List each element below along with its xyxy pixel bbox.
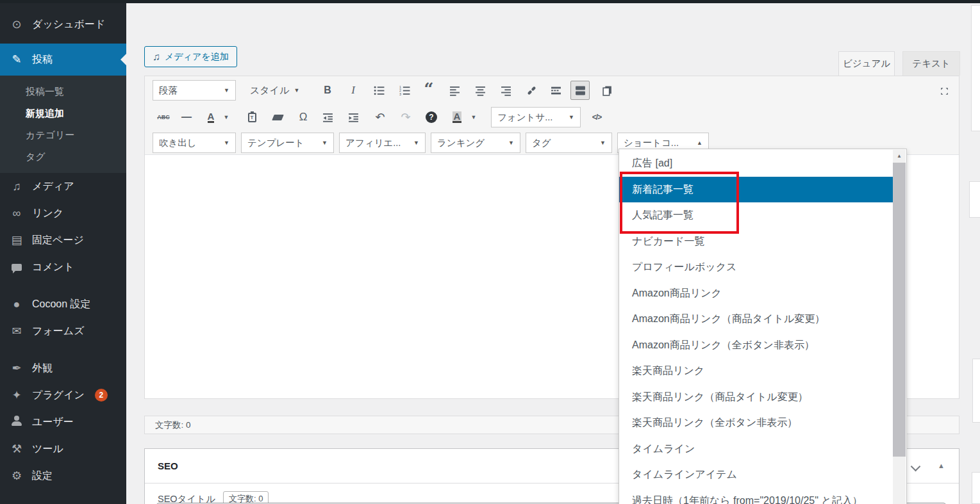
wrench-icon: ⚒ (9, 442, 24, 456)
envelope-icon: ✉ (9, 324, 24, 338)
sidebar-item-label: ツール (32, 443, 63, 456)
dropdown-item-timeline[interactable]: タイムライン (619, 436, 893, 462)
font-size-select[interactable]: フォントサ... ▼ (491, 107, 581, 127)
char-count: 文字数: 0 (155, 419, 191, 431)
sidebar-item-settings[interactable]: ⚙ 設定 (0, 462, 126, 489)
paragraph-format-select[interactable]: 段落 ▼ (153, 80, 236, 101)
dropdown-item-popular-posts-list[interactable]: 人気記事一覧 (619, 202, 893, 229)
tab-text[interactable]: テキスト (902, 51, 960, 76)
chevron-down-icon: ▼ (322, 140, 328, 146)
sidebar-item-comments[interactable]: コメント (0, 254, 126, 280)
dropdown-item-rakuten-link-title[interactable]: 楽天商品リンク（商品タイトル変更） (619, 384, 893, 411)
dropdown-item-rakuten-link-nobutton[interactable]: 楽天商品リンク（全ボタン非表示） (619, 410, 893, 436)
dropdown-item-new-posts-list[interactable]: 新着記事一覧 (619, 177, 893, 203)
code-button[interactable]: </> (587, 108, 606, 127)
posts-submenu: 投稿一覧 新規追加 カテゴリー タグ (0, 76, 126, 173)
eraser-icon (272, 115, 284, 120)
tag-menu[interactable]: タグ ▼ (526, 133, 612, 153)
help-button[interactable]: ? (422, 108, 441, 127)
pushpin-icon: ✎ (9, 53, 24, 67)
sidebar-item-appearance[interactable]: ✒ 外観 (0, 355, 126, 382)
sidebar-item-dashboard[interactable]: ⊙ ダッシュボード (0, 9, 126, 40)
pages-icon: ▤ (9, 233, 24, 247)
sidebar-item-tools[interactable]: ⚒ ツール (0, 435, 126, 462)
dropdown-scrollbar[interactable]: ▲ (893, 150, 906, 504)
submenu-item-post-list[interactable]: 投稿一覧 (0, 81, 126, 102)
chevron-down-icon: ▼ (224, 140, 229, 146)
move-up-icon[interactable]: ▲ (938, 462, 945, 469)
plug-icon: ✦ (9, 388, 24, 402)
align-center-button[interactable] (470, 81, 490, 100)
paste-page-button[interactable] (597, 81, 617, 100)
sidebar-item-forms[interactable]: ✉ フォームズ (0, 318, 126, 345)
text-color-button[interactable]: A (201, 108, 220, 127)
align-left-button[interactable] (445, 81, 464, 100)
dropdown-scrollbar-thumb[interactable] (893, 163, 906, 457)
template-menu[interactable]: テンプレート ▼ (241, 133, 334, 153)
dropdown-item-amazon-link[interactable]: Amazon商品リンク (619, 280, 893, 307)
toolbar-toggle-button[interactable] (570, 81, 590, 100)
speech-bubble-menu[interactable]: 吹き出し ▼ (153, 133, 236, 153)
styles-menu-button[interactable]: スタイル ▼ (246, 81, 303, 100)
background-color-button[interactable]: A (447, 108, 467, 127)
submenu-item-tags[interactable]: タグ (0, 146, 126, 168)
sidebar-item-users[interactable]: ユーザー (0, 409, 126, 435)
right-postbox-fragment (969, 181, 980, 218)
chevron-up-icon: ▲ (697, 140, 702, 146)
dropdown-item-rakuten-link[interactable]: 楽天商品リンク (619, 358, 893, 384)
media-icon: ♫ (9, 180, 24, 193)
affiliate-menu[interactable]: アフィリエ... ▼ (339, 133, 426, 153)
chevron-down-icon: ▼ (600, 140, 606, 146)
fullscreen-expand-icon[interactable] (936, 83, 952, 99)
sidebar-separator (0, 345, 126, 355)
editor-page: ♫ メディアを追加 ビジュアル テキスト 段落 ▼ スタイル ▼ B I 123 (126, 0, 980, 504)
indent-button[interactable] (344, 108, 363, 127)
redo-button[interactable]: ↷ (396, 108, 415, 127)
italic-button[interactable]: I (344, 81, 363, 100)
dropdown-item-amazon-link-nobutton[interactable]: Amazon商品リンク（全ボタン非表示） (619, 332, 893, 359)
paste-as-text-button[interactable]: T (242, 108, 262, 127)
right-postbox-fragment (971, 5, 980, 131)
bold-button[interactable]: B (318, 81, 337, 100)
sidebar-item-plugins[interactable]: ✦ プラグイン 2 (0, 382, 126, 409)
dashboard-icon: ⊙ (9, 17, 24, 31)
submenu-item-add-new[interactable]: 新規追加 (0, 102, 126, 124)
shortcode-dropdown-items: 広告 [ad] 新着記事一覧 人気記事一覧 ナビカード一覧 プロフィールボックス… (619, 150, 893, 504)
align-right-button[interactable] (496, 81, 515, 100)
sidebar-item-cocoon-settings[interactable]: ● Cocoon 設定 (0, 291, 126, 318)
numbered-list-button[interactable]: 123 (395, 81, 414, 100)
dropdown-item-profile-box[interactable]: プロフィールボックス (619, 254, 893, 280)
dropdown-item-timeline-item[interactable]: タイムラインアイテム (619, 462, 893, 488)
link-button[interactable] (522, 81, 541, 100)
ranking-menu[interactable]: ランキング ▼ (431, 133, 520, 153)
text-color-picker-arrow[interactable]: ▼ (220, 108, 232, 127)
tab-visual[interactable]: ビジュアル (838, 51, 895, 76)
dropdown-item-amazon-link-title[interactable]: Amazon商品リンク（商品タイトル変更） (619, 306, 893, 332)
dropdown-item-past-date[interactable]: 過去日時（1年前なら from="2019/10/25" と記入） (619, 488, 893, 504)
read-more-button[interactable] (546, 81, 565, 100)
user-icon (9, 416, 24, 429)
sidebar-item-posts[interactable]: ✎ 投稿 (0, 44, 126, 76)
sidebar-item-pages[interactable]: ▤ 固定ページ (0, 227, 126, 254)
clear-formatting-button[interactable] (268, 108, 287, 127)
background-color-picker-arrow[interactable]: ▼ (468, 108, 479, 127)
bullet-list-button[interactable] (369, 81, 388, 100)
dropdown-item-navi-card-list[interactable]: ナビカード一覧 (619, 229, 893, 255)
undo-button[interactable]: ↶ (370, 108, 390, 127)
toggle-panel-chevron-icon[interactable] (911, 462, 921, 472)
svg-text:3: 3 (399, 92, 401, 95)
scroll-up-arrow-icon[interactable]: ▲ (893, 150, 906, 162)
seo-title: SEO (158, 460, 178, 471)
strikethrough-button[interactable]: ABC (154, 108, 173, 127)
submenu-item-categories[interactable]: カテゴリー (0, 124, 126, 146)
special-character-button[interactable]: Ω (294, 108, 313, 127)
comment-bubble-icon (9, 261, 24, 274)
sidebar-item-links[interactable]: ∞ リンク (0, 200, 126, 227)
dropdown-item-ad[interactable]: 広告 [ad] (619, 150, 893, 177)
horizontal-rule-button[interactable]: — (177, 108, 196, 127)
outdent-button[interactable] (318, 108, 337, 127)
blockquote-button[interactable]: “ (419, 81, 438, 100)
sidebar-item-media[interactable]: ♫ メディア (0, 173, 126, 200)
chevron-down-icon: ▼ (294, 87, 299, 93)
add-media-button[interactable]: ♫ メディアを追加 (144, 46, 237, 67)
